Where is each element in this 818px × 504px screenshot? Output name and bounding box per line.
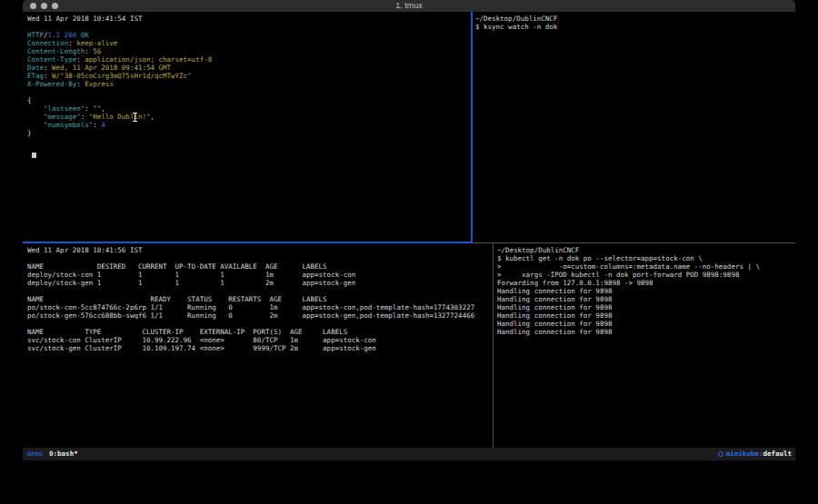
close-button-icon[interactable]: [30, 3, 36, 9]
terminal-line: ~/Desktop/DublinCNCF: [475, 15, 557, 23]
terminal-line: $ ksync watch -n dok: [475, 23, 557, 31]
terminal-line: svc/stock-gen ClusterIP 10.109.197.74 <n…: [27, 344, 474, 352]
terminal-line: "lastseen": "",: [27, 104, 212, 113]
terminal-line: ETag: W/"38-05coCsrg3mQ75sHr1d/qcMTwYZc": [27, 72, 212, 80]
terminal-line: po/stock-con-5cc874766c-2p6rp 1/1 Runnin…: [27, 303, 474, 311]
terminal-line: Handling connection for 9898: [497, 287, 760, 295]
terminal-line: Handling connection for 9898: [497, 303, 760, 311]
kube-context: minikube: [726, 448, 759, 460]
terminal-line: Handling connection for 9898: [497, 328, 760, 336]
minimize-button-icon[interactable]: [41, 3, 47, 9]
terminal-line: po/stock-gen-576cc688bb-swqf6 1/1 Runnin…: [27, 311, 474, 320]
pane-divider-vertical-top[interactable]: [471, 12, 473, 243]
terminal-line: }: [27, 129, 212, 137]
pane-bottom-left-kubectl-watch[interactable]: Wed 11 Apr 2018 10:41:56 ISTNAME DESIRED…: [27, 246, 474, 352]
terminal-line: Wed 11 Apr 2018 10:41:54 IST: [27, 15, 212, 23]
terminal-line: [27, 23, 212, 31]
traffic-lights: [30, 3, 58, 9]
terminal-line: Content-Type: application/json; charset=…: [27, 55, 212, 64]
status-right: minikube : default: [718, 448, 792, 460]
window-title: 1. tmux: [23, 0, 795, 12]
terminal-line: [27, 88, 212, 96]
pane-top-right-ksync[interactable]: ~/Desktop/DublinCNCF$ ksync watch -n dok: [475, 15, 557, 31]
terminal-body: Wed 11 Apr 2018 10:41:54 ISTHTTP/1.1 200…: [23, 12, 795, 448]
session-name: demo: [26, 448, 43, 460]
kube-namespace: default: [763, 448, 792, 460]
terminal-line: [27, 254, 474, 262]
pane-divider-horizontal-inactive[interactable]: [473, 242, 795, 243]
terminal-line: Handling connection for 9898: [497, 295, 760, 303]
terminal-line: Connection: keep-alive: [27, 39, 212, 47]
terminal-block-cursor: [32, 153, 36, 158]
terminal-line: $ kubectl get -n dok po --selector=app=s…: [497, 254, 760, 262]
titlebar[interactable]: 1. tmux: [23, 0, 795, 12]
terminal-line: > -o=custom-columns=:metadata.name --no-…: [497, 262, 760, 271]
pane-divider-vertical-bottom[interactable]: [493, 243, 494, 448]
terminal-line: X-Powered-By: Express: [27, 80, 212, 88]
terminal-line: > xargs -IPOD kubectl -n dok port-forwar…: [497, 271, 760, 279]
tmux-status-bar: demo 0:bash* minikube : default: [23, 448, 795, 460]
terminal-line: NAME READY STATUS RESTARTS AGE LABELS: [27, 295, 474, 303]
terminal-line: "message": "Hello Dublin!",: [27, 113, 212, 121]
window-item-bash[interactable]: 0:bash*: [49, 448, 78, 460]
terminal-line: [27, 320, 474, 328]
helm-icon: [718, 451, 723, 457]
terminal-line: HTTP/1.1 200 OK: [27, 31, 212, 39]
terminal-line: ~/Desktop/DublinCNCF: [497, 246, 760, 254]
terminal-line: Date: Wed, 11 Apr 2018 09:41:54 GMT: [27, 64, 212, 72]
terminal-line: Forwarding from 127.0.0.1:9898 -> 9898: [497, 279, 760, 287]
terminal-line: Handling connection for 9898: [497, 320, 760, 328]
terminal-line: {: [27, 96, 212, 104]
terminal-line: Handling connection for 9898: [497, 311, 760, 320]
zoom-button-icon[interactable]: [52, 3, 58, 9]
terminal-line: [27, 287, 474, 295]
status-left: demo 0:bash*: [26, 448, 78, 460]
terminal-line: Wed 11 Apr 2018 10:41:56 IST: [27, 246, 474, 254]
terminal-line: NAME TYPE CLUSTER-IP EXTERNAL-IP PORT(S)…: [27, 328, 474, 336]
pane-top-left-http-response[interactable]: Wed 11 Apr 2018 10:41:54 ISTHTTP/1.1 200…: [27, 15, 212, 137]
pane-divider-horizontal-active[interactable]: [23, 242, 473, 243]
terminal-line: Content-Length: 56: [27, 47, 212, 55]
terminal-window: 1. tmux Wed 11 Apr 2018 10:41:54 ISTHTTP…: [23, 0, 795, 460]
pane-bottom-right-port-forward[interactable]: ~/Desktop/DublinCNCF$ kubectl get -n dok…: [497, 246, 760, 336]
screen: 1. tmux Wed 11 Apr 2018 10:41:54 ISTHTTP…: [0, 0, 818, 504]
terminal-line: svc/stock-con ClusterIP 10.99.222.96 <no…: [27, 336, 474, 344]
terminal-line: "numsymbols": 4: [27, 121, 212, 129]
mouse-ibeam-cursor-icon: [133, 113, 137, 122]
terminal-line: deploy/stock-con 1 1 1 1 1m app=stock-co…: [27, 271, 474, 279]
terminal-line: NAME DESIRED CURRENT UP-TO-DATE AVAILABL…: [27, 262, 474, 271]
terminal-line: deploy/stock-gen 1 1 1 1 2m app=stock-ge…: [27, 279, 474, 287]
